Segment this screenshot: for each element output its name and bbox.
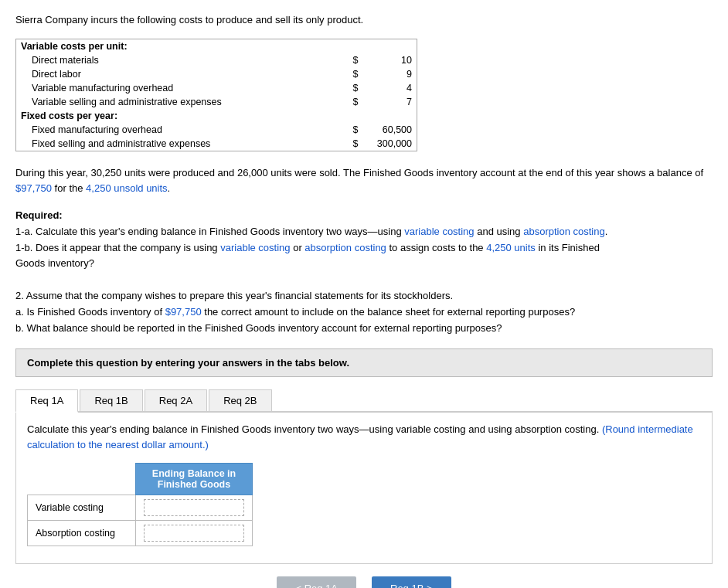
- row-dollar: $: [340, 67, 363, 81]
- variable-costing-label: Variable costing: [28, 495, 136, 521]
- nav-buttons: < Req 1A Req 1B >: [15, 576, 713, 588]
- variable-costing-input-cell: [136, 495, 253, 521]
- fixed-costs-header: Fixed costs per year:: [16, 109, 417, 123]
- empty-header: [28, 464, 136, 495]
- row-amount: 300,000: [363, 137, 417, 151]
- row-label: Variable manufacturing overhead: [16, 81, 340, 95]
- table-row: Fixed manufacturing overhead $ 60,500: [16, 123, 417, 137]
- variable-costs-header: Variable costs per unit:: [16, 39, 417, 53]
- balance-highlight: $97,750: [15, 182, 52, 194]
- description-text: During this year, 30,250 units were prod…: [15, 165, 713, 198]
- tab-req1a-label: Req 1A: [30, 395, 63, 406]
- required-item-2b: b. What balance should be reported in th…: [15, 321, 713, 337]
- next-button[interactable]: Req 1B >: [372, 576, 451, 588]
- cost-table: Variable costs per unit: Direct material…: [15, 39, 417, 151]
- required-item-1b-cont: Goods inventory?: [15, 256, 713, 272]
- row-amount: 10: [363, 53, 417, 67]
- ending-balance-header: Ending Balance in Finished Goods: [136, 464, 253, 495]
- table-row: Direct labor $ 9: [16, 67, 417, 81]
- required-item-2: 2. Assume that the company wishes to pre…: [15, 288, 713, 304]
- header-line1: Ending Balance in: [152, 468, 236, 479]
- question-box: Complete this question by entering your …: [15, 348, 713, 377]
- table-row: Fixed selling and administrative expense…: [16, 137, 417, 151]
- required-item-2a: a. Is Finished Goods inventory of $97,75…: [15, 304, 713, 321]
- tab-req1a[interactable]: Req 1A: [15, 389, 78, 413]
- required-item-1b: 1-b. Does it appear that the company is …: [15, 240, 713, 257]
- row-label: Fixed manufacturing overhead: [16, 123, 340, 137]
- tab-req1b[interactable]: Req 1B: [80, 389, 142, 411]
- row-amount: 9: [363, 67, 417, 81]
- tab-req1b-label: Req 1B: [94, 395, 128, 406]
- required-section: Required: 1-a. Calculate this year's end…: [15, 208, 713, 336]
- description-block: During this year, 30,250 units were prod…: [15, 165, 713, 198]
- prev-button[interactable]: < Req 1A: [277, 576, 356, 588]
- tab-req2b-label: Req 2B: [223, 395, 257, 406]
- tab-content-req1a: Calculate this year's ending balance in …: [15, 413, 713, 564]
- table-row: Variable selling and administrative expe…: [16, 95, 417, 109]
- question-box-text: Complete this question by entering your …: [27, 357, 349, 369]
- intro-text: Sierra Company incurs the following cost…: [15, 14, 363, 25]
- table-row: Direct materials $ 10: [16, 53, 417, 67]
- absorption-costing-label: Absorption costing: [28, 521, 136, 546]
- row-dollar: $: [340, 81, 363, 95]
- table-row: Variable manufacturing overhead $ 4: [16, 81, 417, 95]
- tab-req2a[interactable]: Req 2A: [145, 389, 207, 411]
- variable-costing-input[interactable]: [144, 499, 244, 516]
- row-amount: 7: [363, 95, 417, 109]
- absorption-costing-input[interactable]: [144, 525, 244, 542]
- variable-costing-row: Variable costing: [28, 495, 253, 521]
- tabs-container: Req 1A Req 1B Req 2A Req 2B: [15, 389, 713, 413]
- row-label: Direct labor: [16, 67, 340, 81]
- absorption-costing-row: Absorption costing: [28, 521, 253, 546]
- table-row: Fixed costs per year:: [16, 109, 417, 123]
- absorption-costing-input-cell: [136, 521, 253, 546]
- tab-req2a-label: Req 2A: [159, 395, 192, 406]
- answer-table: Ending Balance in Finished Goods Variabl…: [27, 463, 253, 546]
- row-amount: 60,500: [363, 123, 417, 137]
- intro-paragraph: Sierra Company incurs the following cost…: [15, 12, 713, 28]
- row-label: Variable selling and administrative expe…: [16, 95, 340, 109]
- row-label: Direct materials: [16, 53, 340, 67]
- row-dollar: $: [340, 95, 363, 109]
- units-highlight: 4,250 unsold units: [86, 182, 168, 194]
- required-item-1a: 1-a. Calculate this year's ending balanc…: [15, 224, 713, 240]
- row-amount: 4: [363, 81, 417, 95]
- required-header: Required:: [15, 208, 713, 224]
- row-dollar: $: [340, 123, 363, 137]
- tab-description: Calculate this year's ending balance in …: [27, 422, 701, 452]
- tab-desc-normal: Calculate this year's ending balance in …: [27, 423, 599, 435]
- header-line2: Finished Goods: [158, 479, 230, 490]
- row-dollar: $: [340, 53, 363, 67]
- row-dollar: $: [340, 137, 363, 151]
- row-label: Fixed selling and administrative expense…: [16, 137, 340, 151]
- tab-req2b[interactable]: Req 2B: [209, 389, 271, 411]
